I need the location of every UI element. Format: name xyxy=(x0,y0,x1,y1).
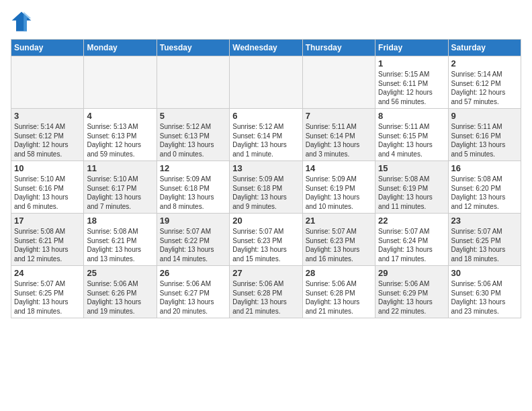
calendar-cell: 6Sunrise: 5:12 AM Sunset: 6:14 PM Daylig… xyxy=(230,109,302,161)
calendar-cell: 9Sunrise: 5:11 AM Sunset: 6:16 PM Daylig… xyxy=(448,109,521,161)
header-day-monday: Monday xyxy=(84,40,157,56)
svg-marker-1 xyxy=(24,12,31,32)
calendar-cell: 29Sunrise: 5:06 AM Sunset: 6:29 PM Dayli… xyxy=(375,266,448,318)
svg-marker-0 xyxy=(12,12,32,32)
day-number: 20 xyxy=(232,216,299,226)
day-number: 3 xyxy=(14,111,81,121)
calendar-cell: 18Sunrise: 5:08 AM Sunset: 6:21 PM Dayli… xyxy=(84,214,157,266)
day-info: Sunrise: 5:11 AM Sunset: 6:16 PM Dayligh… xyxy=(451,122,518,158)
calendar-cell: 16Sunrise: 5:08 AM Sunset: 6:20 PM Dayli… xyxy=(448,161,521,214)
calendar-cell: 3Sunrise: 5:14 AM Sunset: 6:12 PM Daylig… xyxy=(11,109,84,161)
day-info: Sunrise: 5:14 AM Sunset: 6:12 PM Dayligh… xyxy=(451,70,518,106)
calendar-week-row: 10Sunrise: 5:10 AM Sunset: 6:16 PM Dayli… xyxy=(11,161,521,214)
day-info: Sunrise: 5:09 AM Sunset: 6:18 PM Dayligh… xyxy=(232,175,299,211)
day-number: 27 xyxy=(232,268,299,278)
day-number: 11 xyxy=(87,163,153,173)
day-number: 14 xyxy=(306,163,372,173)
calendar-week-row: 24Sunrise: 5:07 AM Sunset: 6:25 PM Dayli… xyxy=(11,266,521,318)
calendar-cell: 10Sunrise: 5:10 AM Sunset: 6:16 PM Dayli… xyxy=(11,161,84,214)
day-number: 13 xyxy=(232,163,299,173)
day-number: 9 xyxy=(451,111,518,121)
calendar-week-row: 3Sunrise: 5:14 AM Sunset: 6:12 PM Daylig… xyxy=(11,109,521,161)
day-info: Sunrise: 5:08 AM Sunset: 6:20 PM Dayligh… xyxy=(451,175,518,211)
day-info: Sunrise: 5:14 AM Sunset: 6:12 PM Dayligh… xyxy=(14,122,81,158)
day-number: 8 xyxy=(378,111,445,121)
calendar-cell: 8Sunrise: 5:11 AM Sunset: 6:15 PM Daylig… xyxy=(375,109,448,161)
day-number: 15 xyxy=(378,163,445,173)
day-info: Sunrise: 5:06 AM Sunset: 6:28 PM Dayligh… xyxy=(232,279,299,316)
day-info: Sunrise: 5:10 AM Sunset: 6:17 PM Dayligh… xyxy=(87,175,153,211)
calendar-cell: 12Sunrise: 5:09 AM Sunset: 6:18 PM Dayli… xyxy=(157,161,229,214)
calendar-header-row: SundayMondayTuesdayWednesdayThursdayFrid… xyxy=(11,40,521,56)
calendar-cell: 11Sunrise: 5:10 AM Sunset: 6:17 PM Dayli… xyxy=(84,161,157,214)
calendar-cell: 5Sunrise: 5:12 AM Sunset: 6:13 PM Daylig… xyxy=(157,109,229,161)
day-info: Sunrise: 5:06 AM Sunset: 6:26 PM Dayligh… xyxy=(87,279,153,316)
day-number: 28 xyxy=(306,268,372,278)
day-info: Sunrise: 5:11 AM Sunset: 6:15 PM Dayligh… xyxy=(378,122,445,158)
day-number: 6 xyxy=(232,111,299,121)
calendar-cell xyxy=(84,56,157,109)
calendar-cell xyxy=(157,56,229,109)
header xyxy=(11,11,521,32)
calendar-cell: 25Sunrise: 5:06 AM Sunset: 6:26 PM Dayli… xyxy=(84,266,157,318)
calendar-cell: 26Sunrise: 5:06 AM Sunset: 6:27 PM Dayli… xyxy=(157,266,229,318)
day-info: Sunrise: 5:08 AM Sunset: 6:21 PM Dayligh… xyxy=(87,227,153,263)
calendar-cell: 7Sunrise: 5:11 AM Sunset: 6:14 PM Daylig… xyxy=(302,109,375,161)
day-info: Sunrise: 5:06 AM Sunset: 6:29 PM Dayligh… xyxy=(378,279,445,316)
calendar-cell: 22Sunrise: 5:07 AM Sunset: 6:24 PM Dayli… xyxy=(375,214,448,266)
calendar-cell: 4Sunrise: 5:13 AM Sunset: 6:13 PM Daylig… xyxy=(84,109,157,161)
day-info: Sunrise: 5:12 AM Sunset: 6:14 PM Dayligh… xyxy=(232,122,299,158)
calendar-cell: 21Sunrise: 5:07 AM Sunset: 6:23 PM Dayli… xyxy=(302,214,375,266)
day-number: 18 xyxy=(87,216,153,226)
calendar-week-row: 17Sunrise: 5:08 AM Sunset: 6:21 PM Dayli… xyxy=(11,214,521,266)
calendar-cell xyxy=(302,56,375,109)
calendar-cell: 24Sunrise: 5:07 AM Sunset: 6:25 PM Dayli… xyxy=(11,266,84,318)
calendar-cell: 27Sunrise: 5:06 AM Sunset: 6:28 PM Dayli… xyxy=(230,266,302,318)
calendar-cell: 17Sunrise: 5:08 AM Sunset: 6:21 PM Dayli… xyxy=(11,214,84,266)
day-info: Sunrise: 5:06 AM Sunset: 6:30 PM Dayligh… xyxy=(451,279,518,316)
logo xyxy=(11,11,35,32)
header-day-sunday: Sunday xyxy=(11,40,84,56)
day-number: 2 xyxy=(451,58,518,68)
day-info: Sunrise: 5:07 AM Sunset: 6:24 PM Dayligh… xyxy=(378,227,445,263)
day-info: Sunrise: 5:10 AM Sunset: 6:16 PM Dayligh… xyxy=(14,175,81,211)
day-number: 19 xyxy=(160,216,226,226)
calendar-cell xyxy=(230,56,302,109)
day-number: 10 xyxy=(14,163,81,173)
day-info: Sunrise: 5:07 AM Sunset: 6:23 PM Dayligh… xyxy=(306,227,372,263)
day-info: Sunrise: 5:09 AM Sunset: 6:18 PM Dayligh… xyxy=(160,175,226,211)
day-number: 21 xyxy=(306,216,372,226)
day-number: 16 xyxy=(451,163,518,173)
day-info: Sunrise: 5:15 AM Sunset: 6:11 PM Dayligh… xyxy=(378,70,445,106)
header-day-friday: Friday xyxy=(375,40,448,56)
header-day-wednesday: Wednesday xyxy=(230,40,302,56)
calendar-cell xyxy=(11,56,84,109)
day-info: Sunrise: 5:07 AM Sunset: 6:23 PM Dayligh… xyxy=(232,227,299,263)
day-number: 12 xyxy=(160,163,226,173)
day-info: Sunrise: 5:07 AM Sunset: 6:25 PM Dayligh… xyxy=(14,279,81,316)
day-info: Sunrise: 5:13 AM Sunset: 6:13 PM Dayligh… xyxy=(87,122,153,158)
day-info: Sunrise: 5:06 AM Sunset: 6:28 PM Dayligh… xyxy=(306,279,372,316)
calendar-cell: 14Sunrise: 5:09 AM Sunset: 6:19 PM Dayli… xyxy=(302,161,375,214)
calendar-table: SundayMondayTuesdayWednesdayThursdayFrid… xyxy=(11,39,521,318)
day-number: 5 xyxy=(160,111,226,121)
day-number: 22 xyxy=(378,216,445,226)
day-number: 25 xyxy=(87,268,153,278)
day-info: Sunrise: 5:08 AM Sunset: 6:19 PM Dayligh… xyxy=(378,175,445,211)
day-info: Sunrise: 5:11 AM Sunset: 6:14 PM Dayligh… xyxy=(306,122,372,158)
day-number: 1 xyxy=(378,58,445,68)
header-day-thursday: Thursday xyxy=(302,40,375,56)
day-info: Sunrise: 5:07 AM Sunset: 6:22 PM Dayligh… xyxy=(160,227,226,263)
calendar-cell: 2Sunrise: 5:14 AM Sunset: 6:12 PM Daylig… xyxy=(448,56,521,109)
header-day-saturday: Saturday xyxy=(448,40,521,56)
day-info: Sunrise: 5:12 AM Sunset: 6:13 PM Dayligh… xyxy=(160,122,226,158)
day-number: 4 xyxy=(87,111,153,121)
day-info: Sunrise: 5:07 AM Sunset: 6:25 PM Dayligh… xyxy=(451,227,518,263)
day-info: Sunrise: 5:09 AM Sunset: 6:19 PM Dayligh… xyxy=(306,175,372,211)
header-day-tuesday: Tuesday xyxy=(157,40,229,56)
day-info: Sunrise: 5:06 AM Sunset: 6:27 PM Dayligh… xyxy=(160,279,226,316)
day-number: 26 xyxy=(160,268,226,278)
calendar-cell: 13Sunrise: 5:09 AM Sunset: 6:18 PM Dayli… xyxy=(230,161,302,214)
calendar-cell: 15Sunrise: 5:08 AM Sunset: 6:19 PM Dayli… xyxy=(375,161,448,214)
day-info: Sunrise: 5:08 AM Sunset: 6:21 PM Dayligh… xyxy=(14,227,81,263)
